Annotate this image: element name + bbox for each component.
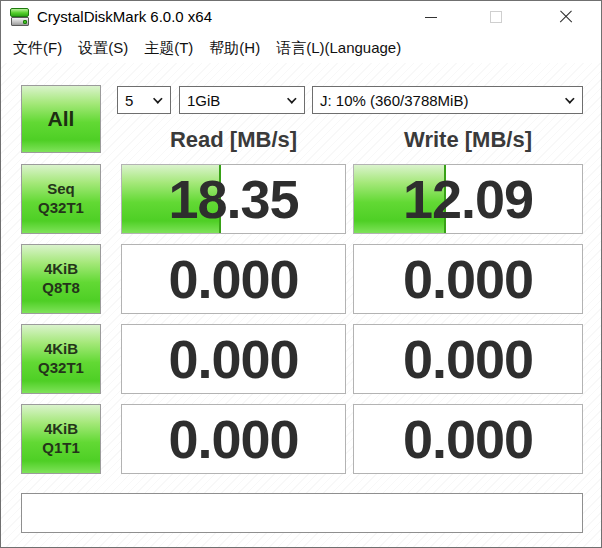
row-label-line2: Q32T1 xyxy=(38,359,84,378)
row-label-line1: 4KiB xyxy=(44,340,78,359)
disk-icon xyxy=(10,7,30,27)
seq-q32t1-button[interactable]: Seq Q32T1 xyxy=(21,164,101,234)
menu-settings[interactable]: 设置(S) xyxy=(70,33,136,63)
crystaldiskmark-window: CrystalDiskMark 6.0.0 x64 文件(F) 设置(S) 主题… xyxy=(0,0,602,548)
read-value: 0.000 xyxy=(122,245,345,313)
test-count-value: 5 xyxy=(125,92,133,109)
read-value: 18.35 xyxy=(122,165,345,233)
comment-input[interactable] xyxy=(21,493,583,533)
4kib-q8t8-read-cell: 0.000 xyxy=(121,244,346,314)
row-label-line1: 4KiB xyxy=(44,420,78,439)
target-drive-select[interactable]: J: 10% (360/3788MiB) xyxy=(312,86,583,114)
chevron-down-icon xyxy=(153,94,163,104)
minimize-icon xyxy=(425,17,437,18)
4kib-q1t1-read-cell: 0.000 xyxy=(121,404,346,474)
4kib-q1t1-button[interactable]: 4KiB Q1T1 xyxy=(21,404,101,474)
4kib-q32t1-button[interactable]: 4KiB Q32T1 xyxy=(21,324,101,394)
disk-icon-platter xyxy=(10,8,29,17)
menu-theme[interactable]: 主题(T) xyxy=(136,33,201,63)
menu-file[interactable]: 文件(F) xyxy=(5,33,70,63)
row-label-line2: Q32T1 xyxy=(38,199,84,218)
maximize-icon xyxy=(490,11,502,23)
test-size-value: 1GiB xyxy=(187,92,220,109)
4kib-q8t8-button[interactable]: 4KiB Q8T8 xyxy=(21,244,101,314)
read-column-header: Read [MB/s] xyxy=(121,123,346,157)
row-label-line2: Q8T8 xyxy=(42,279,80,298)
4kib-q1t1-write-cell: 0.000 xyxy=(353,404,583,474)
4kib-q8t8-write-cell: 0.000 xyxy=(353,244,583,314)
window-title: CrystalDiskMark 6.0.0 x64 xyxy=(37,1,212,33)
4kib-q32t1-read-cell: 0.000 xyxy=(121,324,346,394)
row-label-line1: Seq xyxy=(47,180,75,199)
write-value: 12.09 xyxy=(354,165,582,233)
seq-q32t1-read-cell: 18.35 xyxy=(121,164,346,234)
read-value: 0.000 xyxy=(122,325,345,393)
menu-language[interactable]: 语言(L)(Language) xyxy=(268,33,409,63)
title-bar: CrystalDiskMark 6.0.0 x64 xyxy=(1,1,601,33)
target-drive-value: J: 10% (360/3788MiB) xyxy=(320,92,468,109)
close-icon xyxy=(558,9,574,25)
minimize-button[interactable] xyxy=(408,1,454,33)
chevron-down-icon xyxy=(287,94,297,104)
maximize-button[interactable] xyxy=(473,1,519,33)
menu-bar: 文件(F) 设置(S) 主题(T) 帮助(H) 语言(L)(Language) xyxy=(1,33,601,63)
menu-help[interactable]: 帮助(H) xyxy=(201,33,268,63)
test-count-select[interactable]: 5 xyxy=(117,86,171,114)
write-value: 0.000 xyxy=(354,325,582,393)
write-value: 0.000 xyxy=(354,245,582,313)
seq-q32t1-write-cell: 12.09 xyxy=(353,164,583,234)
row-label-line1: 4KiB xyxy=(44,260,78,279)
close-button[interactable] xyxy=(543,1,589,33)
chevron-down-icon xyxy=(565,94,575,104)
row-label-line2: Q1T1 xyxy=(42,439,80,458)
write-value: 0.000 xyxy=(354,405,582,473)
disk-icon-led xyxy=(23,20,27,24)
write-column-header: Write [MB/s] xyxy=(353,123,583,157)
all-test-button[interactable]: All xyxy=(21,85,101,153)
4kib-q32t1-write-cell: 0.000 xyxy=(353,324,583,394)
test-size-select[interactable]: 1GiB xyxy=(179,86,305,114)
read-value: 0.000 xyxy=(122,405,345,473)
